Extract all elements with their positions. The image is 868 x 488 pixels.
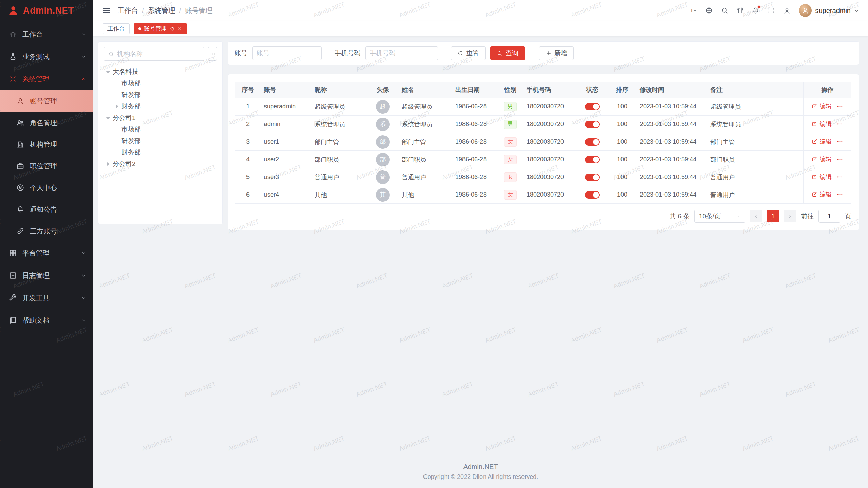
- cell-gender: 女: [497, 133, 523, 151]
- status-toggle[interactable]: [585, 103, 600, 110]
- sidebar-item-label: 个人中心: [30, 183, 86, 192]
- breadcrumb-item[interactable]: 账号管理: [185, 6, 212, 15]
- tree-node[interactable]: 分公司2: [104, 158, 217, 170]
- notification-bell-icon[interactable]: [749, 3, 763, 18]
- cell-remark: 部门主管: [707, 133, 803, 151]
- document-icon: [9, 271, 17, 280]
- tree-node[interactable]: 市场部: [104, 78, 217, 89]
- cell-no: 1: [235, 98, 260, 116]
- fullscreen-icon[interactable]: [764, 3, 778, 18]
- cell-sort: 100: [608, 98, 636, 116]
- org-search-field[interactable]: [104, 47, 204, 61]
- sidebar-menu: 工作台业务测试系统管理账号管理角色管理机构管理职位管理个人中心通知公告三方账号平…: [0, 21, 93, 488]
- sidebar-item-system-mgmt[interactable]: 系统管理: [0, 68, 93, 90]
- sidebar-item-help-docs[interactable]: 帮助文档: [0, 309, 93, 331]
- more-actions-button[interactable]: [836, 103, 843, 110]
- tree-node[interactable]: 财务部: [104, 147, 217, 158]
- sidebar-item-dev-tools[interactable]: 开发工具: [0, 287, 93, 309]
- right-column: 账号 手机号码 重置 查询 新增: [228, 41, 859, 230]
- org-more-button[interactable]: [208, 47, 217, 61]
- hamburger-menu-icon[interactable]: [102, 6, 111, 15]
- edit-button[interactable]: 编辑: [812, 138, 832, 146]
- next-page-button[interactable]: [784, 210, 796, 222]
- cell-name: 部门职员: [398, 151, 452, 168]
- tree-node[interactable]: 大名科技: [104, 66, 217, 78]
- globe-icon[interactable]: [702, 3, 716, 18]
- tree-node-label: 分公司1: [113, 114, 136, 122]
- more-actions-button[interactable]: [836, 156, 843, 163]
- tab-refresh-icon[interactable]: [170, 26, 175, 31]
- more-actions-button[interactable]: [836, 138, 843, 145]
- tree-node[interactable]: 财务部: [104, 101, 217, 112]
- tree-node[interactable]: 分公司1: [104, 112, 217, 124]
- status-toggle[interactable]: [585, 121, 600, 128]
- tree-node[interactable]: 研发部: [104, 89, 217, 101]
- logo[interactable]: Admin.NET: [0, 0, 93, 21]
- edit-label: 编辑: [820, 155, 832, 163]
- tab-workbench[interactable]: 工作台: [103, 23, 130, 34]
- sidebar-item-log-mgmt[interactable]: 日志管理: [0, 264, 93, 287]
- more-actions-button[interactable]: [836, 174, 843, 180]
- add-button[interactable]: 新增: [539, 46, 574, 60]
- phone-label: 手机号码: [335, 49, 360, 58]
- top-header: 工作台/系统管理/账号管理 TT superadmin: [93, 0, 868, 21]
- sidebar-item-business-test[interactable]: 业务测试: [0, 45, 93, 68]
- reset-button[interactable]: 重置: [451, 46, 486, 60]
- goto-page-input[interactable]: [818, 210, 840, 223]
- tab-account-mgmt[interactable]: 账号管理: [134, 23, 187, 34]
- edit-label: 编辑: [820, 102, 832, 110]
- tree-caret-right-icon[interactable]: [104, 162, 113, 166]
- prev-page-button[interactable]: [750, 210, 762, 222]
- status-toggle[interactable]: [585, 138, 600, 146]
- tree-caret-down-icon[interactable]: [104, 117, 113, 119]
- org-search-input[interactable]: [117, 50, 200, 58]
- tab-label: 账号管理: [144, 25, 167, 33]
- sidebar-item-notice[interactable]: 通知公告: [0, 199, 93, 220]
- edit-button[interactable]: 编辑: [812, 102, 832, 110]
- gender-badge: 女: [504, 172, 517, 182]
- more-actions-button[interactable]: [836, 191, 843, 198]
- status-toggle[interactable]: [585, 191, 600, 199]
- breadcrumb-item[interactable]: 工作台: [118, 6, 138, 15]
- sidebar-item-personal-center[interactable]: 个人中心: [0, 177, 93, 199]
- current-page[interactable]: 1: [767, 210, 779, 222]
- sidebar-item-org-mgmt[interactable]: 机构管理: [0, 134, 93, 155]
- search-button[interactable]: 查询: [490, 46, 525, 60]
- edit-label: 编辑: [820, 190, 832, 199]
- more-actions-button[interactable]: [836, 121, 843, 127]
- status-toggle[interactable]: [585, 174, 600, 181]
- breadcrumb-item[interactable]: 系统管理: [148, 6, 175, 15]
- font-size-icon[interactable]: TT: [686, 3, 701, 18]
- edit-icon: [812, 121, 817, 127]
- theme-skin-icon[interactable]: [733, 3, 747, 18]
- tree-caret-down-icon[interactable]: [104, 71, 113, 73]
- user-icon[interactable]: [780, 3, 794, 18]
- cell-remark: 部门职员: [707, 151, 803, 168]
- chevron-down-icon: [81, 32, 86, 37]
- sidebar-item-workbench[interactable]: 工作台: [0, 23, 93, 45]
- tree-node[interactable]: 研发部: [104, 135, 217, 147]
- edit-button[interactable]: 编辑: [812, 120, 832, 128]
- tab-close-icon[interactable]: [177, 26, 182, 31]
- sidebar-item-role-mgmt[interactable]: 角色管理: [0, 112, 93, 134]
- edit-button[interactable]: 编辑: [812, 173, 832, 181]
- account-input[interactable]: [252, 46, 322, 60]
- sidebar-item-position-mgmt[interactable]: 职位管理: [0, 155, 93, 177]
- edit-button[interactable]: 编辑: [812, 155, 832, 163]
- page-size-select[interactable]: 10条/页: [694, 210, 745, 223]
- tree-node[interactable]: 市场部: [104, 124, 217, 135]
- user-menu[interactable]: superadmin: [799, 4, 859, 17]
- column-header: 备注: [707, 82, 803, 98]
- edit-icon: [812, 139, 817, 144]
- sidebar-item-account-mgmt[interactable]: 账号管理: [0, 90, 93, 112]
- cell-gender: 女: [497, 151, 523, 168]
- sidebar-item-platform-mgmt[interactable]: 平台管理: [0, 242, 93, 264]
- tree-caret-right-icon[interactable]: [113, 104, 121, 108]
- sidebar-item-third-party-account[interactable]: 三方账号: [0, 220, 93, 242]
- status-toggle[interactable]: [585, 156, 600, 163]
- logo-icon: [7, 5, 19, 16]
- cell-actions: 编辑: [803, 98, 851, 116]
- search-icon[interactable]: [717, 3, 732, 18]
- phone-input[interactable]: [365, 46, 438, 60]
- edit-button[interactable]: 编辑: [812, 190, 832, 199]
